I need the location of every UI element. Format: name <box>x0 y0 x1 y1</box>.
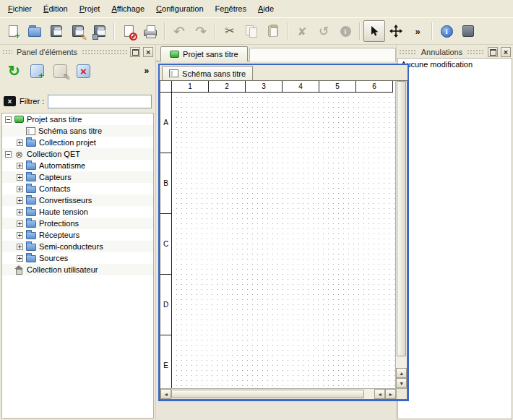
expand-icon[interactable] <box>17 232 23 239</box>
menu-item-affichage[interactable]: Affichage <box>105 1 150 16</box>
elements-tree: Projet sans titre Schéma sans titre Coll… <box>1 113 154 419</box>
diagram-info-button[interactable] <box>335 20 356 42</box>
tree-item-capteurs[interactable]: Capteurs <box>2 171 153 183</box>
expand-icon[interactable] <box>17 186 23 192</box>
menu-item-edition[interactable]: Édition <box>38 1 74 16</box>
vertical-scroll-thumb[interactable] <box>397 81 406 356</box>
folder-icon <box>26 255 36 262</box>
forbidden-badge-icon <box>129 33 137 40</box>
tree-item-contacts[interactable]: Contacts <box>2 183 153 194</box>
tree-item-sources[interactable]: Sources <box>2 252 153 264</box>
tab-projet-sans-titre[interactable]: Projet sans titre <box>160 46 247 61</box>
schema-canvas[interactable] <box>172 93 395 388</box>
menu-accel: A <box>111 4 116 13</box>
dock-float-button[interactable] <box>488 47 498 57</box>
about-info-button[interactable] <box>436 20 457 42</box>
tree-item-label: Collection QET <box>27 150 80 158</box>
menubar: Fichier Édition Projet Affichage Configu… <box>0 0 513 17</box>
tree-item-project[interactable]: Projet sans titre <box>2 113 153 125</box>
vertical-scrollbar[interactable] <box>395 81 407 388</box>
rotate-button[interactable] <box>313 20 335 42</box>
tree-item-recepteurs[interactable]: Récepteurs <box>2 229 153 241</box>
elements-panel-titlebar[interactable]: Panel d'éléments <box>0 45 155 58</box>
scroll-right-button[interactable] <box>385 389 396 399</box>
toolbar-overflow-button[interactable]: » <box>407 20 428 42</box>
menu-item-projet[interactable]: Projet <box>74 1 106 16</box>
clear-filter-icon[interactable] <box>4 96 16 106</box>
scroll-up-button[interactable] <box>396 368 407 378</box>
filter-input[interactable] <box>48 95 152 108</box>
close-project-button[interactable] <box>118 20 139 42</box>
tree-item-haute-tension[interactable]: Haute tension <box>2 206 153 218</box>
expand-icon[interactable] <box>17 255 23 262</box>
expand-icon[interactable] <box>17 163 23 169</box>
tree-item-schema[interactable]: Schéma sans titre <box>2 125 153 137</box>
expand-icon[interactable] <box>17 244 23 250</box>
info-circle-gray-icon <box>340 26 351 37</box>
copy-button[interactable] <box>241 20 262 42</box>
undo-dock-titlebar[interactable]: Annulations <box>397 45 513 58</box>
dock-title-label: Annulations <box>420 48 465 56</box>
expand-icon[interactable] <box>17 174 23 181</box>
select-tool-button[interactable] <box>363 20 385 42</box>
delete-element-button[interactable] <box>74 61 93 81</box>
scroll-left-button-2[interactable] <box>374 389 385 399</box>
undo-button[interactable] <box>168 20 190 42</box>
horizontal-scroll-thumb[interactable] <box>171 390 364 398</box>
tab-schema-sans-titre[interactable]: Schéma sans titre <box>162 66 253 80</box>
panel-overflow-button[interactable]: » <box>144 66 151 76</box>
tree-item-protections[interactable]: Protections <box>2 218 153 229</box>
save-as-button[interactable] <box>67 20 89 42</box>
vertical-scroll-track[interactable] <box>396 81 407 368</box>
tree-item-collection-projet[interactable]: Collection projet <box>2 137 153 148</box>
undo-list[interactable]: Aucune modification <box>397 58 512 419</box>
project-window: Schéma sans titre 1 2 3 4 <box>158 64 409 401</box>
dock-float-button[interactable] <box>130 47 140 57</box>
ruler-column-label: 2 <box>209 81 246 93</box>
toolbar-separator <box>113 22 115 40</box>
print-button[interactable] <box>139 20 161 42</box>
new-element-button[interactable] <box>27 61 47 81</box>
open-project-button[interactable] <box>24 20 46 42</box>
expand-icon[interactable] <box>17 209 23 215</box>
tree-item-convertisseurs[interactable]: Convertisseurs <box>2 194 153 206</box>
dock-close-button[interactable] <box>143 47 153 57</box>
delete-button[interactable] <box>291 20 313 42</box>
tree-item-automatisme[interactable]: Automatisme <box>2 160 153 171</box>
tree-item-semi-conducteurs[interactable]: Semi-conducteurs <box>2 241 153 252</box>
tree-item-label: Automatisme <box>39 161 85 170</box>
horizontal-scroll-track[interactable] <box>171 389 374 399</box>
scroll-down-button[interactable] <box>396 378 407 388</box>
dock-close-button[interactable] <box>501 47 511 57</box>
tree-item-label: Projet sans titre <box>27 115 82 124</box>
toolbar-separator <box>287 22 288 40</box>
scroll-left-button[interactable] <box>160 389 171 399</box>
menu-item-aide[interactable]: Aide <box>252 1 280 16</box>
folder-icon <box>26 163 36 170</box>
menu-item-fenetres[interactable]: Fenêtres <box>210 1 252 16</box>
expand-icon[interactable] <box>17 197 23 204</box>
save-all-button[interactable] <box>89 20 111 42</box>
clipped-toolbar-button[interactable] <box>457 20 479 42</box>
menu-item-configuration[interactable]: Configuration <box>150 1 209 16</box>
tree-item-collection-qet[interactable]: Collection QET <box>2 148 153 160</box>
edit-element-button[interactable] <box>51 61 70 81</box>
collapse-icon[interactable] <box>5 151 12 158</box>
redo-button[interactable] <box>190 20 212 42</box>
new-project-button[interactable] <box>2 20 24 42</box>
menu-item-fichier[interactable]: Fichier <box>2 1 38 16</box>
horizontal-scrollbar[interactable] <box>160 388 407 399</box>
scissors-icon <box>225 25 234 37</box>
collapse-icon[interactable] <box>5 116 12 123</box>
tree-item-collection-utilisateur[interactable]: Collection utilisateur <box>2 264 153 275</box>
move-tool-button[interactable] <box>385 20 407 42</box>
expand-icon[interactable] <box>17 140 23 146</box>
cut-button[interactable] <box>219 20 241 42</box>
save-button[interactable] <box>46 20 67 42</box>
folder-icon <box>26 209 36 216</box>
menu-label: ichier <box>13 4 32 13</box>
reload-collections-button[interactable] <box>4 61 24 81</box>
expand-icon[interactable] <box>17 220 23 227</box>
tab-label: Projet sans titre <box>183 50 238 59</box>
paste-button[interactable] <box>262 20 284 42</box>
